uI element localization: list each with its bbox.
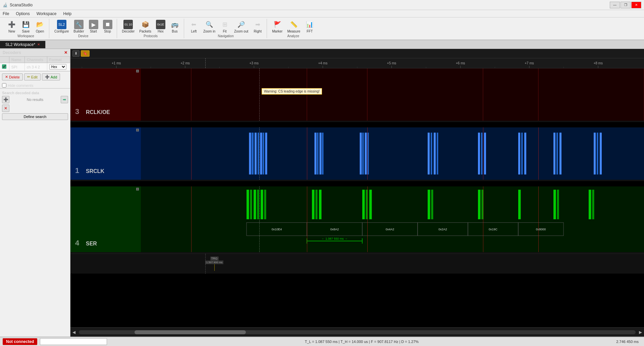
decoder-row-spi: SPI ch 3 4 2 Hex Dec Bin ASCII [0, 63, 70, 71]
col-name-header2: Name [9, 57, 24, 63]
warning-tooltip-rclkoe: Warning: CS leading edge is missing! [262, 88, 322, 95]
search-prev-btn[interactable]: ➕ [2, 96, 9, 103]
svg-rect-68 [257, 190, 259, 219]
svg-rect-63 [600, 133, 602, 175]
ser-waveform-svg: 0x10E4 0x8A2 0x4A2 0x2A2 0x19C 0x8000 ← … [141, 186, 644, 252]
toolbar-group-analyze: 🚩 Marker 📏 Measure 📊 FFT Analyze [268, 19, 319, 38]
channel-row-rclkoe: 3 RCLK/OE Warn [70, 68, 644, 122]
scroll-right-arrow[interactable]: ▶ [637, 330, 644, 335]
open-btn[interactable]: 📂 Open [34, 19, 46, 34]
ch4-name: SER [86, 241, 97, 247]
ch-resize-handle-1[interactable] [136, 129, 139, 131]
svg-text:0x10E4: 0x10E4 [272, 228, 282, 231]
packets-label: Packets [139, 30, 151, 33]
start-btn[interactable]: ▶ Start [87, 19, 100, 34]
search-clear-btn[interactable]: ✕ [2, 105, 9, 112]
builder-btn[interactable]: 🔧 Builder [72, 19, 86, 34]
svg-rect-33 [249, 133, 251, 175]
menu-file[interactable]: File [1, 11, 10, 17]
stop-btn[interactable]: ⏹ Stop [101, 19, 114, 34]
channels-area: 3 RCLK/OE Warn [70, 68, 644, 327]
h-scrollbar[interactable] [79, 330, 636, 334]
right-btn[interactable]: ➡ Right [251, 19, 264, 34]
marker-btn[interactable]: 🚩 Marker [270, 19, 284, 34]
save-btn[interactable]: 💾 Save [19, 19, 32, 34]
trigger-time: 1.507 800 ms [205, 261, 223, 264]
svg-text:0x4A2: 0x4A2 [386, 228, 394, 231]
measure-icon: 📏 [289, 20, 299, 29]
channel-spacer-1 [70, 122, 644, 127]
h-scrollbar-thumb[interactable] [135, 330, 246, 334]
menu-help[interactable]: Help [62, 11, 73, 17]
fft-btn[interactable]: 📊 FFT [303, 19, 316, 34]
svg-rect-74 [362, 190, 365, 219]
start-icon: ▶ [89, 20, 98, 29]
measure-btn[interactable]: 📏 Measure [285, 19, 302, 34]
svg-rect-79 [478, 190, 481, 219]
svg-rect-43 [322, 133, 324, 175]
scroll-left-arrow[interactable]: ◀ [70, 330, 77, 335]
tab-close-icon[interactable]: ✕ [37, 43, 40, 46]
zoom-out-btn[interactable]: 🔎 Zoom out [232, 19, 250, 34]
fit-btn[interactable]: ⊞ Fit [218, 19, 231, 34]
svg-rect-50 [434, 133, 436, 175]
statusbar: Not connected T_L = 1.087 550 ms | T_H =… [0, 337, 644, 346]
define-search-btn[interactable]: Define search [2, 113, 68, 120]
zoom-in-icon: 🔍 [205, 20, 214, 29]
search-next-btn[interactable]: ➡ [61, 96, 68, 103]
zoom-in-btn[interactable]: 🔍 Zoom in [202, 19, 217, 34]
hide-comments-checkbox[interactable] [2, 83, 6, 88]
menu-options[interactable]: Options [14, 11, 31, 17]
ch-resize-handle-3[interactable] [136, 70, 139, 72]
svg-rect-83 [557, 190, 559, 219]
fft-icon: 📊 [305, 20, 314, 29]
decoders-close-icon[interactable]: ✕ [64, 50, 67, 55]
svg-rect-58 [553, 133, 555, 175]
channel-label-srclk: 1 SRCLK [70, 127, 141, 180]
not-connected-btn[interactable]: Not connected [3, 338, 37, 345]
trigger-marker: TRG 1.507 800 ms [205, 256, 223, 271]
decoder-enabled-checkbox[interactable] [2, 64, 6, 69]
decoders-table: Name Channels Format SPI ch 3 4 2 Hex De… [0, 57, 70, 71]
decoder-format-select[interactable]: Hex Dec Bin ASCII [49, 64, 66, 70]
srclk-waveform-svg [141, 127, 644, 180]
tab-sl2-workspace[interactable]: SL2 Workspace* ✕ [0, 41, 46, 48]
restore-btn[interactable]: ❐ [621, 2, 631, 8]
wf-download-btn[interactable]: ⬇ [72, 50, 79, 57]
svg-rect-75 [366, 190, 368, 219]
svg-rect-38 [263, 133, 264, 175]
left-btn[interactable]: ⬅ Left [187, 19, 200, 34]
configure-btn[interactable]: SL2 Configure [53, 19, 70, 34]
wf-bookmark-btn[interactable]: 🔖 [81, 50, 90, 57]
configure-icon: SL2 [57, 20, 66, 29]
zoom-in-label: Zoom in [203, 30, 215, 33]
channel-waveform-srclk [141, 127, 644, 180]
new-btn[interactable]: ➕ New [5, 19, 18, 34]
packets-btn[interactable]: 📦 Packets [138, 19, 153, 34]
bus-btn[interactable]: 🚌 Bus [168, 19, 181, 34]
main-toolbar: ➕ New 💾 Save 📂 Open Workspace SL2 Config… [0, 17, 644, 40]
channel-waveform-rclkoe: Warning: CS leading edge is missing! [141, 68, 644, 121]
ch1-number: 1 [75, 166, 79, 175]
ch-resize-handle-4[interactable] [136, 188, 139, 190]
decoder-icon: 01 10 [123, 20, 133, 29]
svg-text:+4 ms: +4 ms [318, 61, 328, 65]
toolbar-group-workspace: ➕ New 💾 Save 📂 Open Workspace [3, 19, 49, 38]
hex-btn[interactable]: 0x1E Hex [154, 19, 167, 34]
delete-decoder-btn[interactable]: ✕ Delete [2, 73, 23, 80]
decoder-btn[interactable]: 01 10 Decoder [120, 19, 137, 34]
menubar: File Options Workspace Help [0, 10, 644, 17]
toolbar-group-navigation: ⬅ Left 🔍 Zoom in ⊞ Fit 🔎 Zoom out ➡ Righ… [185, 19, 267, 38]
svg-rect-48 [428, 133, 430, 175]
close-btn[interactable]: ✕ [631, 2, 641, 8]
status-input[interactable] [40, 338, 107, 345]
menu-workspace[interactable]: Workspace [35, 11, 58, 17]
edit-decoder-btn[interactable]: ✏ Edit [24, 73, 41, 80]
add-decoder-btn[interactable]: ➕ Add [42, 73, 60, 80]
svg-rect-25 [141, 68, 644, 121]
svg-rect-35 [255, 133, 257, 175]
rclkoe-waveform-svg [141, 68, 644, 121]
svg-text:+7 ms: +7 ms [525, 61, 534, 65]
minimize-btn[interactable]: — [610, 2, 620, 8]
edit-label: Edit [31, 75, 38, 79]
